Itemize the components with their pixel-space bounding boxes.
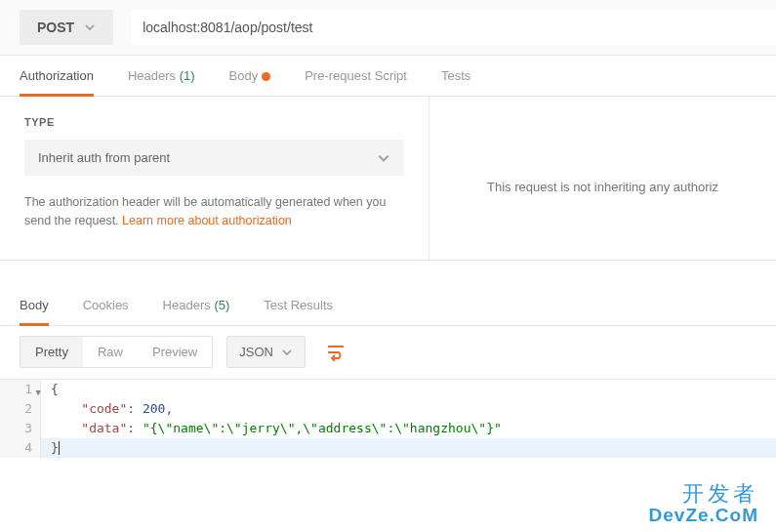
auth-right-column: This request is not inheriting any autho… <box>429 97 776 260</box>
code-line: 3 "data": "{\"name\":\"jerry\",\"address… <box>0 419 776 438</box>
tab-label: Body <box>20 298 49 312</box>
method-label: POST <box>37 20 74 35</box>
request-tabs: Authorization Headers (1) Body Pre-reque… <box>0 56 776 97</box>
line-number: 3 <box>0 419 41 438</box>
code-line: 4} <box>0 438 776 458</box>
auth-type-select[interactable]: Inherit auth from parent <box>24 140 404 176</box>
format-value: JSON <box>239 345 273 359</box>
line-number: 4 <box>0 438 41 458</box>
watermark-bottom: DevZe.CoM <box>649 506 758 526</box>
dot-indicator-icon <box>262 72 270 81</box>
tab-label: Test Results <box>264 298 333 312</box>
auth-type-value: Inherit auth from parent <box>38 150 170 165</box>
tab-count: (1) <box>180 68 195 83</box>
tab-prerequest[interactable]: Pre-request Script <box>305 56 407 96</box>
raw-button[interactable]: Raw <box>83 337 138 367</box>
auth-description: The authorization header will be automat… <box>24 193 404 230</box>
pretty-button[interactable]: Pretty <box>20 337 83 367</box>
tab-headers[interactable]: Headers (1) <box>128 56 195 96</box>
code-text: "data": "{\"name\":\"jerry\",\"address\"… <box>41 419 502 438</box>
code-text: "code": 200, <box>41 399 173 419</box>
tab-tests[interactable]: Tests <box>441 56 470 96</box>
tab-label: Cookies <box>83 298 129 312</box>
tab-label: Headers <box>163 298 211 312</box>
tab-label: Pre-request Script <box>305 68 407 83</box>
body-toolbar: Pretty Raw Preview JSON <box>0 326 776 379</box>
auth-inherit-message: This request is not inheriting any autho… <box>439 180 766 194</box>
chevron-down-icon <box>377 151 390 165</box>
authorization-pane: TYPE Inherit auth from parent The author… <box>0 97 776 261</box>
code-text: { <box>41 380 59 399</box>
tab-label: Headers <box>128 68 176 83</box>
auth-type-label: TYPE <box>24 116 404 128</box>
resp-tab-test-results[interactable]: Test Results <box>264 285 333 325</box>
tab-label: Authorization <box>20 68 94 83</box>
watermark-top: 开发者 <box>649 482 758 506</box>
preview-button[interactable]: Preview <box>138 337 212 367</box>
url-input[interactable]: localhost:8081/aop/post/test <box>131 10 776 45</box>
wrap-icon <box>326 344 346 361</box>
tab-authorization[interactable]: Authorization <box>20 56 94 96</box>
chevron-down-icon <box>281 347 293 358</box>
wrap-lines-button[interactable] <box>319 336 352 369</box>
tab-body[interactable]: Body <box>229 56 271 96</box>
tab-label: Body <box>229 68 259 83</box>
line-number: 1▼ <box>0 380 41 399</box>
resp-tab-cookies[interactable]: Cookies <box>83 285 129 325</box>
tab-count: (5) <box>214 298 229 312</box>
line-number: 2 <box>0 399 41 419</box>
chevron-down-icon <box>84 21 96 33</box>
code-line: 2 "code": 200, <box>0 399 776 419</box>
code-line: 1▼{ <box>0 380 776 399</box>
tab-label: Tests <box>441 68 470 83</box>
view-mode-segment: Pretty Raw Preview <box>20 336 213 368</box>
code-text: } <box>41 438 60 458</box>
resp-tab-headers[interactable]: Headers (5) <box>163 285 230 325</box>
request-bar: POST localhost:8081/aop/post/test <box>0 0 776 56</box>
watermark: 开发者 DevZe.CoM <box>649 482 758 526</box>
method-select[interactable]: POST <box>20 10 113 45</box>
learn-more-link[interactable]: Learn more about authorization <box>122 214 292 227</box>
response-body-code[interactable]: 1▼{2 "code": 200,3 "data": "{\"name\":\"… <box>0 379 776 458</box>
auth-left-column: TYPE Inherit auth from parent The author… <box>0 97 429 260</box>
resp-tab-body[interactable]: Body <box>20 285 49 325</box>
format-select[interactable]: JSON <box>226 336 306 368</box>
response-tabs: Body Cookies Headers (5) Test Results <box>0 285 776 326</box>
